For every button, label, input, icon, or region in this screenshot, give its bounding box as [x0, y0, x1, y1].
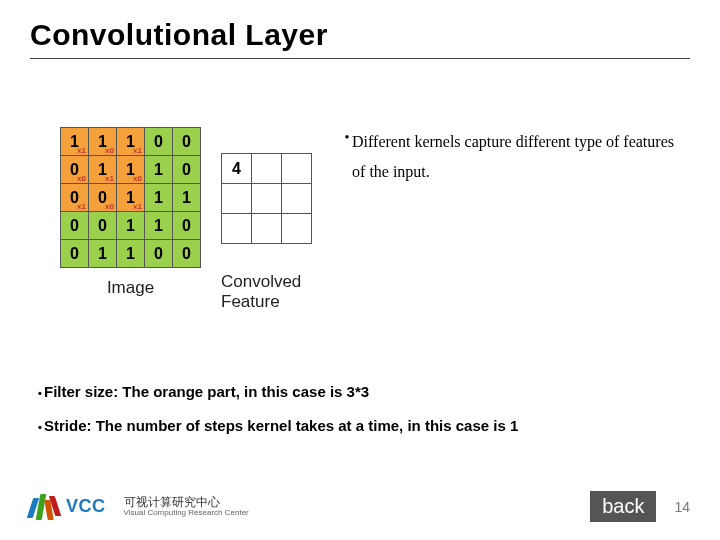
main-content-row: 1x1 1x0 1x1 0 0 0x0 1x1 1x0 1 0 0x1 0x0 … [30, 127, 690, 313]
conv-cell [252, 154, 282, 184]
img-cell: 1x1 [89, 156, 117, 184]
page-number: 14 [674, 499, 690, 515]
img-cell: 1x1 [61, 128, 89, 156]
img-cell: 0 [61, 212, 89, 240]
convolved-label: Convolved Feature [221, 272, 312, 313]
img-cell: 0x1 [61, 184, 89, 212]
right-bullet-text: Different kernels capture different type… [352, 127, 690, 188]
right-bullets: • Different kernels capture different ty… [332, 127, 690, 194]
footer: VCC 可视计算研究中心 Visual Computing Research C… [30, 491, 690, 522]
img-cell: 0 [173, 240, 201, 268]
img-cell: 0 [145, 240, 173, 268]
img-cell: 1x0 [89, 128, 117, 156]
lower-bullet-text: Stride: The number of steps kernel takes… [44, 417, 518, 434]
img-cell: 0x0 [89, 184, 117, 212]
conv-cell [252, 184, 282, 214]
conv-cell [222, 184, 252, 214]
bullet-dot-icon: • [30, 417, 44, 437]
convolved-grid: 4 [221, 153, 312, 244]
img-cell: 1 [89, 240, 117, 268]
img-cell: 1 [117, 212, 145, 240]
image-label: Image [107, 278, 154, 298]
img-cell: 0 [61, 240, 89, 268]
img-cell: 0 [145, 128, 173, 156]
img-cell: 1x1 [117, 128, 145, 156]
img-cell: 0 [173, 212, 201, 240]
conv-cell [252, 214, 282, 244]
conv-cell [282, 184, 312, 214]
img-cell: 1 [173, 184, 201, 212]
img-cell: 0 [89, 212, 117, 240]
footer-logo: VCC 可视计算研究中心 Visual Computing Research C… [30, 494, 249, 520]
title-underline [30, 58, 690, 59]
image-column: 1x1 1x0 1x1 0 0 0x0 1x1 1x0 1 0 0x1 0x0 … [60, 127, 201, 298]
image-grid: 1x1 1x0 1x1 0 0 0x0 1x1 1x0 1 0 0x1 0x0 … [60, 127, 201, 268]
back-button[interactable]: back [590, 491, 656, 522]
img-cell: 1x0 [117, 156, 145, 184]
slide-title: Convolutional Layer [30, 18, 690, 52]
vcc-logo-icon [30, 494, 60, 520]
img-cell: 1x1 [117, 184, 145, 212]
conv-cell: 4 [222, 154, 252, 184]
img-cell: 1 [145, 156, 173, 184]
img-cell: 1 [145, 212, 173, 240]
bullet-dot-icon: • [30, 383, 44, 403]
logo-abbr: VCC [66, 496, 106, 517]
conv-cell [222, 214, 252, 244]
img-cell: 0 [173, 128, 201, 156]
bullet-dot-icon: • [342, 127, 352, 149]
lower-bullet-text: Filter size: The orange part, in this ca… [44, 383, 369, 400]
convolved-column: 4 Convolved Feature [221, 153, 312, 313]
img-cell: 1 [117, 240, 145, 268]
img-cell: 0x0 [61, 156, 89, 184]
lower-bullets: • Filter size: The orange part, in this … [30, 383, 690, 437]
conv-cell [282, 154, 312, 184]
img-cell: 0 [173, 156, 201, 184]
img-cell: 1 [145, 184, 173, 212]
conv-cell [282, 214, 312, 244]
logo-text: 可视计算研究中心 Visual Computing Research Cente… [124, 496, 249, 518]
